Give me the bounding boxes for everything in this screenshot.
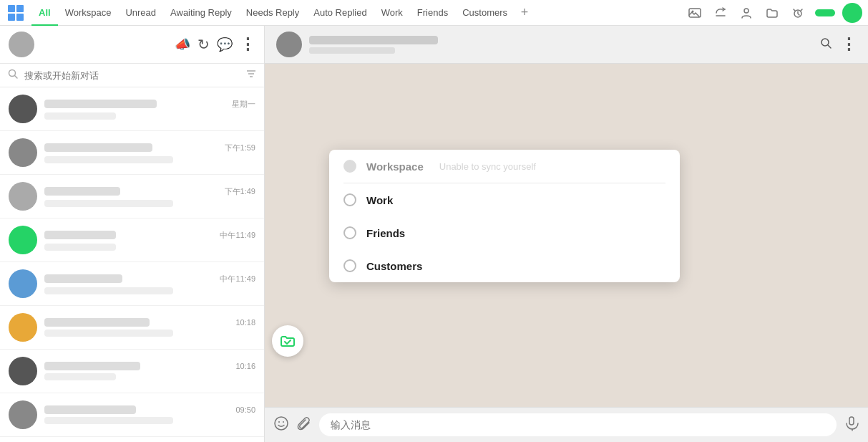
chat-name bbox=[44, 143, 152, 152]
nav-tab-workspace[interactable]: Workspace bbox=[58, 0, 119, 26]
svg-point-7 bbox=[744, 9, 748, 13]
chat-name bbox=[44, 274, 122, 283]
chat-time: 10:16 bbox=[235, 362, 255, 370]
chat-area: ⋮ WorkspaceUnable to sync yourselfWorkFr… bbox=[265, 26, 868, 442]
nav-tab-needs-reply[interactable]: Needs Reply bbox=[239, 0, 306, 26]
refresh-icon[interactable]: ↻ bbox=[198, 36, 210, 53]
chat-time: 中午11:49 bbox=[220, 274, 255, 284]
attach-icon[interactable] bbox=[296, 415, 312, 435]
chat-name bbox=[44, 100, 157, 108]
chat-name-row: 星期一 bbox=[44, 99, 255, 110]
chat-list-item[interactable]: 中午11:49 bbox=[0, 218, 264, 262]
chat-info: 中午11:49 bbox=[44, 274, 255, 294]
popup-item-label: Workspace bbox=[366, 160, 424, 173]
mic-icon[interactable] bbox=[844, 415, 859, 435]
popup-label-item-work[interactable]: Work bbox=[329, 183, 680, 216]
chat-list-item[interactable]: 中午11:49 bbox=[0, 262, 264, 306]
chat-list-item[interactable]: 星期一 bbox=[0, 87, 264, 131]
main-layout: 📣 ↻ 💬 ⋮ bbox=[0, 26, 868, 442]
chat-name bbox=[44, 187, 120, 196]
input-bar bbox=[265, 407, 868, 442]
popup-label-item-friends[interactable]: Friends bbox=[329, 216, 680, 249]
chat-avatar bbox=[9, 182, 37, 211]
chat-avatar bbox=[9, 357, 37, 385]
chat-contact-name bbox=[309, 36, 438, 44]
user-avatar[interactable] bbox=[842, 3, 862, 23]
top-navigation: AllWorkspaceUnreadAwaiting ReplyNeeds Re… bbox=[0, 0, 868, 26]
chat-header-icons: ⋮ bbox=[819, 35, 857, 54]
megaphone-icon[interactable]: 📣 bbox=[175, 37, 190, 52]
nav-tab-auto-replied[interactable]: Auto Replied bbox=[306, 0, 374, 26]
upgrade-button[interactable] bbox=[815, 9, 835, 16]
svg-point-15 bbox=[278, 421, 280, 423]
nav-tab-awaiting-reply[interactable]: Awaiting Reply bbox=[163, 0, 239, 26]
chat-preview bbox=[44, 287, 173, 294]
chat-info: 中午11:49 bbox=[44, 230, 255, 251]
chat-list-item[interactable]: 下午1:59 bbox=[0, 131, 264, 175]
chat-name bbox=[44, 362, 140, 370]
chat-preview bbox=[44, 156, 173, 163]
chat-list-item[interactable]: 10:16 bbox=[0, 350, 264, 393]
popup-radio-work bbox=[343, 193, 356, 206]
svg-rect-17 bbox=[849, 417, 854, 425]
chat-preview bbox=[44, 200, 173, 207]
chat-contact-avatar bbox=[276, 32, 302, 57]
chat-search-icon[interactable] bbox=[819, 37, 832, 53]
sidebar-header: 📣 ↻ 💬 ⋮ bbox=[0, 26, 264, 64]
chat-info: 09:50 bbox=[44, 405, 255, 424]
chat-info: 10:16 bbox=[44, 362, 255, 380]
filter-icon[interactable] bbox=[245, 68, 257, 82]
more-options-icon[interactable]: ⋮ bbox=[240, 35, 255, 54]
popup-item-label: Work bbox=[366, 194, 393, 206]
chat-list-item[interactable]: 下午1:49 bbox=[0, 175, 264, 218]
message-input[interactable] bbox=[319, 413, 837, 436]
popup-radio-customers bbox=[343, 259, 356, 272]
popup-label-item-customers[interactable]: Customers bbox=[329, 249, 680, 282]
chat-name bbox=[44, 405, 136, 414]
chat-info: 10:18 bbox=[44, 318, 255, 337]
popup-item-label: Friends bbox=[366, 227, 405, 239]
chat-time: 09:50 bbox=[235, 405, 255, 414]
chat-name bbox=[44, 318, 150, 327]
chat-list-item[interactable]: 10:18 bbox=[0, 306, 264, 350]
search-icon bbox=[7, 68, 19, 82]
chat-preview bbox=[44, 330, 173, 337]
chat-info: 下午1:49 bbox=[44, 186, 255, 207]
chat-avatar bbox=[9, 226, 37, 254]
emoji-icon[interactable] bbox=[273, 415, 289, 435]
nav-tab-all[interactable]: All bbox=[31, 0, 58, 26]
search-input[interactable] bbox=[24, 70, 240, 81]
chat-avatar bbox=[9, 138, 37, 167]
popup-label-item-workspace: WorkspaceUnable to sync yourself bbox=[329, 150, 680, 183]
reply-icon[interactable] bbox=[709, 1, 732, 24]
nav-tab-unread[interactable]: Unread bbox=[118, 0, 163, 26]
chat-avatar bbox=[9, 95, 37, 123]
new-chat-icon[interactable]: 💬 bbox=[217, 37, 233, 52]
svg-rect-2 bbox=[16, 5, 24, 12]
chat-name-row: 09:50 bbox=[44, 405, 255, 414]
nav-tab-work[interactable]: Work bbox=[374, 0, 410, 26]
chat-preview bbox=[44, 244, 116, 251]
chat-time: 中午11:49 bbox=[220, 230, 255, 241]
chat-more-icon[interactable]: ⋮ bbox=[841, 35, 857, 54]
folder-icon[interactable] bbox=[761, 1, 784, 24]
image-icon[interactable] bbox=[683, 1, 706, 24]
chat-avatar bbox=[9, 313, 37, 342]
chat-list-item[interactable]: 09:50 bbox=[0, 393, 264, 437]
nav-tab-customers[interactable]: Customers bbox=[455, 0, 515, 26]
chat-preview bbox=[44, 417, 173, 424]
add-tab-button[interactable]: + bbox=[515, 3, 535, 23]
chat-preview bbox=[44, 373, 116, 380]
chat-name-row: 10:18 bbox=[44, 318, 255, 327]
folder-fab-button[interactable] bbox=[272, 325, 303, 357]
user-profile-avatar[interactable] bbox=[9, 32, 34, 57]
app-logo bbox=[6, 3, 26, 23]
alarm-icon[interactable] bbox=[786, 1, 809, 24]
nav-tab-friends[interactable]: Friends bbox=[410, 0, 455, 26]
nav-tabs: AllWorkspaceUnreadAwaiting ReplyNeeds Re… bbox=[31, 0, 683, 26]
label-sync-popup: WorkspaceUnable to sync yourselfWorkFrie… bbox=[329, 150, 680, 282]
popup-item-sublabel: Unable to sync yourself bbox=[439, 161, 536, 172]
chat-list: 星期一下午1:59下午1:49中午11:49中午11:4910:1810:160… bbox=[0, 87, 264, 442]
svg-rect-1 bbox=[8, 5, 15, 12]
person-icon[interactable] bbox=[735, 1, 758, 24]
